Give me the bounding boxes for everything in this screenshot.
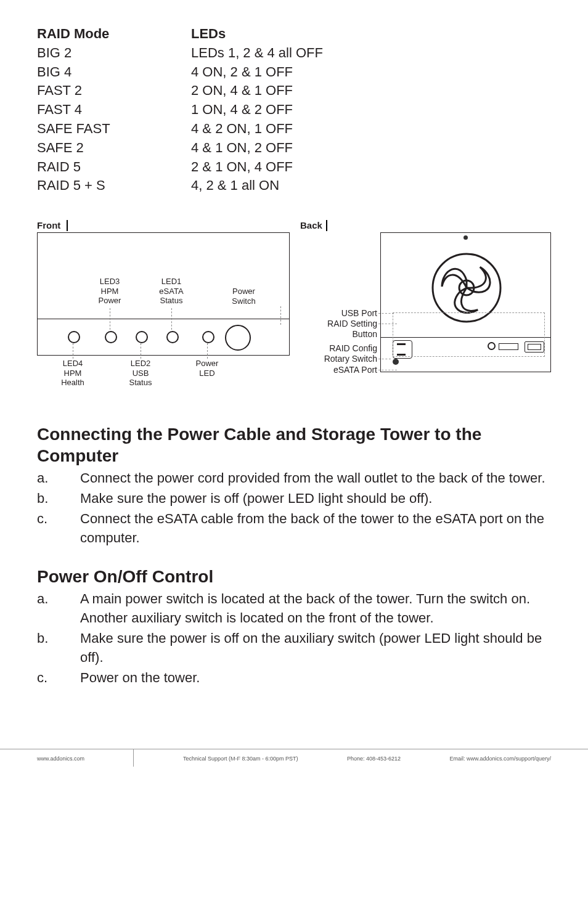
- step-letter: a.: [37, 590, 80, 628]
- switch-icon: [499, 343, 518, 350]
- raid-mode-cell: RAID 5: [37, 158, 191, 177]
- power-switch-icon: [225, 325, 251, 351]
- raid-led-cell: 4, 2 & 1 all ON: [191, 176, 323, 195]
- raid-mode-header: RAID Mode: [37, 25, 191, 44]
- step-letter: b.: [37, 629, 80, 667]
- page-footer: www.addonics.com Technical Support (M-F …: [0, 749, 588, 767]
- step-letter: a.: [37, 469, 80, 488]
- footer-url: www.addonics.com: [37, 756, 84, 767]
- raid-led-cell: LEDs 1, 2 & 4 all OFF: [191, 44, 323, 63]
- back-diagram: Back USB Port RAID Setting Button RAID C…: [300, 220, 551, 399]
- raid-led-cell: 2 & 1 ON, 4 OFF: [191, 158, 323, 177]
- raid-setting-label: RAID Setting Button: [300, 319, 377, 340]
- raid-led-cell: 1 ON, 4 & 2 OFF: [191, 100, 323, 120]
- back-title: Back: [300, 220, 322, 230]
- raid-mode-cell: RAID 5 + S: [37, 176, 191, 195]
- step-letter: c.: [37, 510, 80, 548]
- usb-port-label: USB Port: [300, 308, 377, 319]
- raid-mode-cell: BIG 4: [37, 63, 191, 82]
- front-diagram: Front LED3 HPM Power LED1 eSATA Status P…: [37, 220, 288, 399]
- raid-mode-table: RAID Mode BIG 2 BIG 4 FAST 2 FAST 4 SAFE…: [37, 25, 551, 195]
- connect-heading: Connecting the Power Cable and Storage T…: [37, 423, 551, 467]
- connect-steps: a.Connect the power cord provided from t…: [37, 469, 551, 547]
- power-switch-label: Power Switch: [227, 287, 261, 306]
- raid-mode-cell: SAFE 2: [37, 139, 191, 158]
- raid-config-label: RAID Config Rotary Switch: [300, 343, 377, 364]
- raid-led-cell: 4 ON, 2 & 1 OFF: [191, 63, 323, 82]
- step-text: Connect the eSATA cable from the back of…: [80, 510, 551, 548]
- led4-label: LED4 HPM Health: [54, 359, 91, 388]
- raid-mode-cell: FAST 4: [37, 100, 191, 120]
- step-text: Power on the tower.: [80, 669, 200, 688]
- step-letter: c.: [37, 669, 80, 688]
- step-text: A main power switch is located at the ba…: [80, 590, 551, 628]
- footer-email: Email: www.addonics.com/support/query/: [449, 756, 551, 767]
- power-led-label: Power LED: [189, 359, 226, 378]
- esata-port-icon: [525, 341, 544, 353]
- step-text: Make sure the power is off (power LED li…: [80, 489, 432, 508]
- step-text: Connect the power cord provided from the…: [80, 469, 545, 488]
- step-letter: b.: [37, 489, 80, 508]
- step-text: Make sure the power is off on the auxili…: [80, 629, 551, 667]
- footer-support: Technical Support (M-F 8:30am - 6:00pm P…: [183, 756, 298, 767]
- led3-label: LED3 HPM Power: [91, 277, 128, 306]
- raid-led-header: LEDs: [191, 25, 323, 44]
- power-steps: a.A main power switch is located at the …: [37, 590, 551, 687]
- raid-mode-cell: FAST 2: [37, 81, 191, 100]
- title-separator: [67, 220, 68, 231]
- led1-label: LED1 eSATA Status: [153, 277, 190, 306]
- power-heading: Power On/Off Control: [37, 566, 551, 587]
- footer-phone: Phone: 408-453-6212: [347, 756, 401, 767]
- front-title: Front: [37, 220, 60, 230]
- title-separator: [326, 220, 327, 231]
- raid-mode-cell: BIG 2: [37, 44, 191, 63]
- led2-label: LED2 USB Status: [122, 359, 159, 388]
- raid-led-cell: 4 & 1 ON, 2 OFF: [191, 139, 323, 158]
- esata-port-label: eSATA Port: [300, 365, 377, 375]
- raid-mode-cell: SAFE FAST: [37, 120, 191, 139]
- raid-led-cell: 2 ON, 4 & 1 OFF: [191, 81, 323, 100]
- raid-led-cell: 4 & 2 ON, 1 OFF: [191, 120, 323, 139]
